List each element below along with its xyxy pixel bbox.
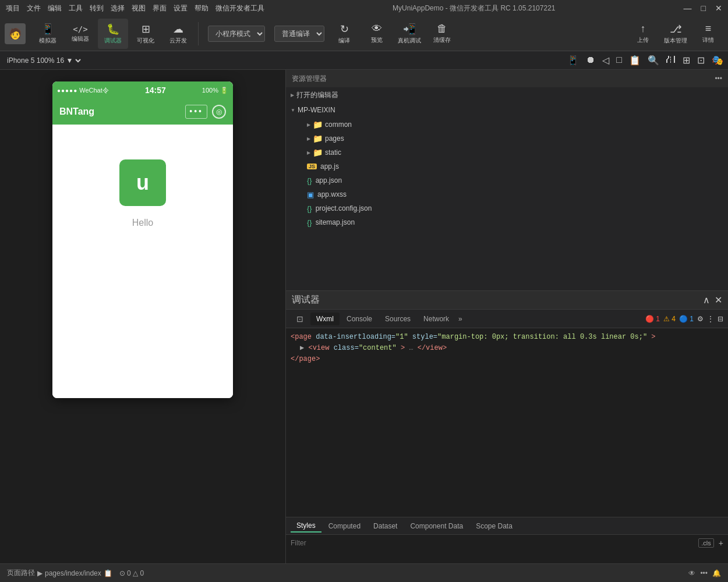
menu-goto[interactable]: 转到 (90, 3, 104, 13)
nav-dots-icon[interactable]: ••• (185, 105, 207, 119)
explorer-header-icons[interactable]: ••• (715, 74, 722, 83)
add-style-button[interactable]: + (719, 538, 723, 548)
folder-common-collapse-icon: ▶ (307, 122, 310, 127)
file-sitemap-label: sitemap.json (316, 218, 355, 226)
phone-status-bar: ●●●●● WeChat令 14:57 100% 🔋 (52, 81, 233, 99)
open-editors-section[interactable]: ▶ 打开的编辑器 (286, 87, 728, 102)
menu-project[interactable]: 项目 (6, 3, 20, 13)
tab-console[interactable]: Console (341, 313, 378, 325)
notification-icon[interactable]: 🔔 (712, 569, 721, 577)
styles-tab-component-data[interactable]: Component Data (404, 520, 469, 532)
menu-edit[interactable]: 编辑 (48, 3, 62, 13)
sub-toolbar-left: iPhone 5 100% 16 ▼ (5, 56, 567, 65)
styles-filter-input[interactable] (291, 539, 694, 547)
devtools-expand-icon[interactable]: ∧ (703, 294, 710, 306)
page-path[interactable]: 页面路径 ▶ pages/index/index 📋 (7, 568, 112, 578)
menu-wechat-devtools[interactable]: 微信开发者工具 (215, 3, 264, 13)
nav-circle-icon[interactable]: ◎ (212, 105, 226, 119)
real-device-label: 真机调试 (398, 37, 421, 45)
tab-more-icon[interactable]: » (458, 315, 462, 323)
status-bar: 页面路径 ▶ pages/index/index 📋 ⊙ 0 △ 0 👁 •••… (0, 563, 728, 582)
code-val-2: "margin-top: 0px; transition: all 0.3s l… (437, 333, 647, 341)
tab-sources[interactable]: Sources (379, 313, 416, 325)
maximize-button[interactable]: □ (701, 3, 706, 13)
menu-settings[interactable]: 设置 (174, 3, 188, 13)
tab-network[interactable]: Network (418, 313, 455, 325)
cloud-button[interactable]: ☁ 云开发 (163, 19, 193, 49)
title-bar-menu[interactable]: 项目 文件 编辑 工具 转到 选择 视图 界面 设置 帮助 微信开发者工具 (6, 3, 264, 13)
styles-tab-dataset[interactable]: Dataset (367, 520, 403, 532)
minimize-button[interactable]: — (684, 3, 692, 13)
theme-icon[interactable]: 🎭 (712, 55, 723, 66)
clear-cache-icon: 🗑 (437, 23, 447, 35)
details-button[interactable]: ≡ 详情 (693, 19, 723, 49)
branch-icon[interactable]: ⛙ (666, 55, 676, 66)
editor-button[interactable]: </> 编辑器 (65, 19, 96, 49)
preview-button[interactable]: 👁 预览 (362, 19, 392, 49)
device-select[interactable]: iPhone 5 100% 16 ▼ (5, 56, 83, 65)
eye-icon[interactable]: 👁 (688, 569, 695, 577)
error-count: 1 (656, 315, 660, 323)
info-indicator[interactable]: 🔵 1 (679, 315, 694, 323)
mode-select[interactable]: 小程序模式 (208, 26, 265, 42)
title-bar-controls[interactable]: — □ ✕ (684, 3, 722, 13)
menu-file[interactable]: 文件 (27, 3, 41, 13)
cls-button[interactable]: .cls (698, 538, 714, 548)
phone-icon[interactable]: 📱 (567, 55, 579, 66)
styles-tab-computed[interactable]: Computed (323, 520, 366, 532)
menu-view[interactable]: 视图 (132, 3, 146, 13)
tab-wxml[interactable]: Wxml (310, 313, 340, 325)
page-path-copy-icon[interactable]: 📋 (104, 569, 112, 577)
explorer-more-icon[interactable]: ••• (715, 74, 722, 83)
clear-cache-button[interactable]: 🗑 清缓存 (427, 19, 457, 49)
simulator-icon: 📱 (41, 23, 54, 36)
mp-weixin-section[interactable]: ▼ MP-WEIXIN (286, 102, 728, 118)
visual-button[interactable]: ⊞ 可视化 (130, 19, 161, 49)
menu-interface[interactable]: 界面 (153, 3, 167, 13)
warning-indicator[interactable]: ⚠ 4 (663, 315, 676, 323)
visual-icon: ⊞ (142, 23, 150, 36)
file-sitemap[interactable]: {} sitemap.json (286, 215, 728, 229)
devtools-dock-icon[interactable]: ⊟ (718, 315, 723, 323)
devtools-header-icons[interactable]: ∧ ✕ (703, 294, 722, 306)
real-device-button[interactable]: 📲 真机调试 (394, 19, 425, 49)
fullscreen-icon[interactable]: □ (616, 55, 622, 66)
details-label: 详情 (702, 36, 714, 44)
more-options-icon[interactable]: ••• (700, 569, 708, 577)
file-app-js[interactable]: JS app.js (286, 159, 728, 173)
file-app-json[interactable]: {} app.json (286, 173, 728, 187)
file-app-wxss[interactable]: ▣ app.wxss (286, 187, 728, 201)
version-button[interactable]: ⎇ 版本管理 (660, 19, 691, 49)
split-icon[interactable]: ⊡ (697, 55, 705, 66)
simulator-button[interactable]: 📱 模拟器 (33, 19, 63, 49)
tab-selector[interactable]: ⊡ (291, 312, 309, 326)
user-avatar[interactable]: 🧑 (5, 23, 26, 44)
compile-select[interactable]: 普通编译 (274, 26, 324, 42)
preview-icon: 👁 (372, 23, 382, 35)
pages-icon[interactable]: 📋 (629, 55, 641, 66)
error-indicator[interactable]: 🔴 1 (645, 315, 660, 323)
grid-icon[interactable]: ⊞ (683, 55, 690, 66)
folder-common[interactable]: ▶ 📁 common (286, 118, 728, 132)
record-icon[interactable]: ⏺ (586, 55, 595, 66)
upload-button[interactable]: ↑ 上传 (628, 19, 658, 49)
devtools-settings-icon[interactable]: ⚙ (697, 315, 704, 323)
menu-select[interactable]: 选择 (111, 3, 125, 13)
devtools-more-icon[interactable]: ⋮ (707, 315, 714, 323)
search-icon[interactable]: 🔍 (648, 55, 659, 66)
menu-help[interactable]: 帮助 (195, 3, 208, 13)
styles-tab-styles[interactable]: Styles (291, 520, 321, 533)
devtools-close-icon[interactable]: ✕ (715, 294, 722, 306)
code-tag-view-open: <view (308, 344, 329, 352)
code-expand-icon[interactable]: ▶ (300, 344, 308, 352)
back-icon[interactable]: ◁ (602, 55, 609, 66)
close-button[interactable]: ✕ (715, 3, 722, 13)
debugger-button[interactable]: 🐛 调试器 (98, 19, 128, 49)
folder-static[interactable]: ▶ 📁 static (286, 146, 728, 159)
folder-pages[interactable]: ▶ 📁 pages (286, 132, 728, 146)
styles-tab-scope-data[interactable]: Scope Data (470, 520, 518, 532)
code-line-3: </page> (291, 354, 723, 365)
menu-tools[interactable]: 工具 (69, 3, 83, 13)
compile-button[interactable]: ↻ 编译 (329, 19, 359, 49)
file-project-config[interactable]: {} project.config.json (286, 201, 728, 215)
